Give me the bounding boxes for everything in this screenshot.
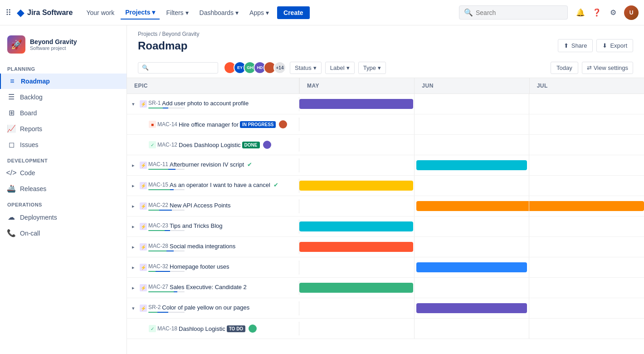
- row-label: ▸ ⚡ MAC-28 Social media integrations: [127, 240, 299, 254]
- top-navigation: ⠿ ◆ Jira Software Your work Projects ▾ F…: [0, 0, 644, 25]
- nav-apps[interactable]: Apps ▾: [245, 6, 273, 19]
- row-text: As an operator I want to have a cancel: [170, 182, 270, 188]
- status-filter[interactable]: Status ▾: [290, 62, 322, 74]
- table-row[interactable]: ▾ ⚡ SR-2 Color of pale yellow on our pag…: [127, 298, 644, 319]
- breadcrumb-projects[interactable]: Projects: [138, 31, 157, 37]
- gantt-bar[interactable]: [416, 262, 527, 272]
- sidebar-item-deployments[interactable]: ☁ Deployments: [0, 209, 127, 225]
- row-text: Homepage footer uses: [170, 263, 229, 270]
- sidebar-item-issues[interactable]: ◻ Issues: [0, 137, 127, 152]
- gantt-bar[interactable]: [299, 181, 413, 191]
- help-button[interactable]: ❓: [590, 5, 604, 20]
- row-id: MAC-22: [148, 202, 168, 208]
- breadcrumb-project-name[interactable]: Beyond Gravity: [162, 31, 199, 37]
- row-id: MAC-27: [148, 284, 168, 290]
- create-button[interactable]: Create: [277, 6, 310, 19]
- jira-logo-icon: ◆: [17, 7, 24, 19]
- label-filter[interactable]: Label ▾: [325, 62, 355, 74]
- view-settings-button[interactable]: ⇄ View settings: [582, 62, 633, 74]
- gantt-bar[interactable]: [299, 283, 413, 293]
- avatar-count[interactable]: +14: [273, 61, 286, 74]
- table-row[interactable]: ▸ ⚡ MAC-11 Afterburner revision IV scrip…: [127, 155, 644, 176]
- expand-icon[interactable]: ▸: [132, 244, 138, 250]
- expand-icon[interactable]: ▸: [132, 285, 138, 291]
- gantt-bar[interactable]: [416, 303, 527, 313]
- user-avatar[interactable]: U: [624, 5, 639, 20]
- logo-text: Jira Software: [27, 9, 73, 17]
- expand-icon[interactable]: ▾: [132, 305, 138, 311]
- table-row[interactable]: ▸ ⚡ MAC-23 Tips and Tricks Blog: [127, 216, 644, 237]
- filter-search[interactable]: 🔍: [138, 62, 218, 74]
- row-text: Dashloop Logistic: [179, 325, 225, 332]
- sidebar-item-backlog[interactable]: ☰ Backlog: [0, 89, 127, 105]
- row-id: MAC-15: [148, 182, 168, 188]
- share-button[interactable]: ⬆ Share: [558, 39, 593, 52]
- share-icon: ⬆: [564, 42, 569, 49]
- gantt-area: [299, 216, 644, 236]
- expand-icon[interactable]: ▸: [132, 265, 138, 270]
- table-row[interactable]: ✓ MAC-12 Does Dashloop Logistic DONE: [127, 135, 644, 155]
- table-row[interactable]: ▸ ⚡ MAC-32 Homepage footer uses: [127, 257, 644, 278]
- nav-your-work[interactable]: Your work: [82, 6, 119, 19]
- gantt-bar[interactable]: [299, 221, 413, 231]
- expand-icon[interactable]: ▸: [132, 183, 138, 189]
- gantt-bar[interactable]: [416, 201, 644, 211]
- sidebar-item-roadmap[interactable]: ≡ Roadmap: [0, 74, 127, 89]
- row-text: Tips and Tricks Blog: [170, 222, 223, 229]
- expand-icon[interactable]: ▸: [132, 203, 138, 209]
- settings-button[interactable]: ⚙: [606, 5, 620, 20]
- roadmap-header: Epic MAY JUN JUL: [127, 78, 644, 94]
- table-row[interactable]: ▸ ⚡ MAC-15 As an operator I want to have…: [127, 176, 644, 196]
- search-icon: 🔍: [464, 8, 473, 17]
- page-title: Roadmap: [138, 39, 558, 52]
- expand-icon[interactable]: ▾: [132, 101, 138, 107]
- gantt-area: [299, 298, 644, 318]
- gantt-bar[interactable]: [416, 160, 527, 170]
- row-label: ▸ ⚡ MAC-23 Tips and Tricks Blog: [127, 220, 299, 234]
- sidebar-item-board[interactable]: ⊞ Board: [0, 105, 127, 121]
- table-row[interactable]: ✓ MAC-18 Dashloop Logistic TO DO: [127, 319, 644, 339]
- month-headers: MAY JUN JUL: [299, 78, 644, 93]
- sidebar-item-code[interactable]: </> Code: [0, 165, 127, 181]
- logo[interactable]: ◆ Jira Software: [17, 7, 73, 19]
- table-row[interactable]: ▸ ⚡ MAC-27 Sales Executive: Candidate 2: [127, 278, 644, 298]
- export-button[interactable]: ⬇ Export: [596, 39, 633, 52]
- expand-icon[interactable]: ▸: [132, 224, 138, 230]
- today-button[interactable]: Today: [551, 62, 578, 74]
- grid-icon[interactable]: ⠿: [5, 8, 11, 18]
- gantt-bar[interactable]: [299, 99, 413, 109]
- sidebar-item-oncall[interactable]: 📞 On-call: [0, 225, 127, 241]
- search-box[interactable]: 🔍: [459, 5, 568, 20]
- notifications-button[interactable]: 🔔: [573, 5, 588, 20]
- filter-search-input[interactable]: [151, 64, 214, 71]
- nav-filters[interactable]: Filters ▾: [161, 6, 193, 19]
- backlog-icon: ☰: [7, 93, 15, 101]
- sidebar: 🚀 Beyond Gravity Software project PLANNI…: [0, 25, 127, 354]
- row-id: MAC-12: [157, 142, 177, 148]
- gantt-area: [299, 196, 644, 216]
- sidebar-item-label-reports: Reports: [20, 125, 42, 133]
- row-label: ✓ MAC-18 Dashloop Logistic TO DO: [127, 322, 299, 335]
- table-row[interactable]: ▸ ⚡ MAC-22 New API Access Points: [127, 196, 644, 216]
- page-header: Roadmap ⬆ Share ⬇ Export: [127, 37, 644, 58]
- code-icon: </>: [7, 169, 15, 177]
- search-input[interactable]: [476, 9, 563, 16]
- sidebar-item-label-issues: Issues: [20, 141, 38, 148]
- sidebar-item-releases[interactable]: 🚢 Releases: [0, 181, 127, 197]
- nav-projects[interactable]: Projects ▾: [121, 6, 160, 20]
- deployments-icon: ☁: [7, 213, 15, 221]
- gantt-area: [299, 114, 644, 134]
- type-filter[interactable]: Type ▾: [358, 62, 386, 74]
- expand-icon[interactable]: ▸: [132, 162, 138, 168]
- column-epic: Epic: [127, 78, 299, 93]
- table-row[interactable]: ▾ ⚡ SR-1 Add user photo to account profi…: [127, 94, 644, 114]
- row-label: ▸ ⚡ MAC-11 Afterburner revision IV scrip…: [127, 158, 299, 172]
- section-planning: PLANNING: [0, 61, 127, 74]
- gantt-bar[interactable]: [299, 242, 413, 252]
- row-text: Color of pale yellow on our pages: [162, 304, 249, 311]
- table-row[interactable]: ■ MAC-14 Hire office manager for IN PROG…: [127, 114, 644, 135]
- table-row[interactable]: ▸ ⚡ MAC-28 Social media integrations: [127, 237, 644, 257]
- sidebar-item-reports[interactable]: 📈 Reports: [0, 121, 127, 137]
- sidebar-item-label-roadmap: Roadmap: [21, 78, 50, 85]
- nav-dashboards[interactable]: Dashboards ▾: [195, 6, 244, 19]
